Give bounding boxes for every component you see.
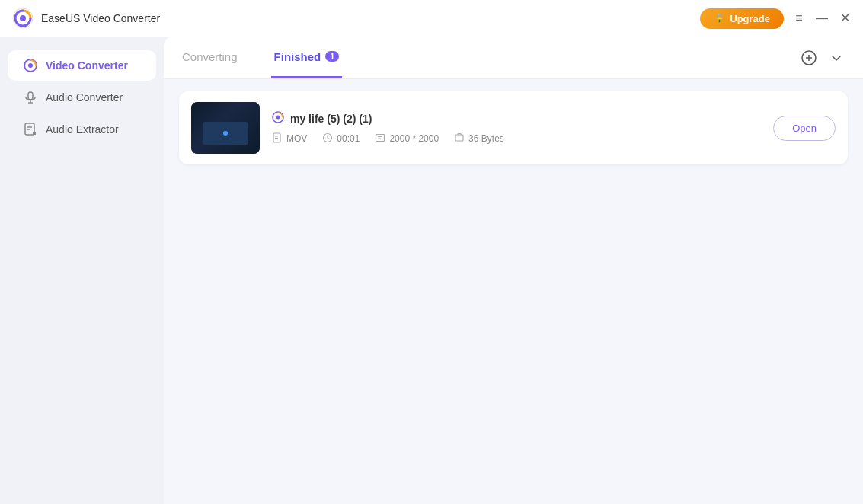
tab-converting[interactable]: Converting (179, 37, 241, 78)
add-icon (801, 49, 817, 66)
add-button[interactable] (797, 46, 820, 69)
audio-extractor-icon (23, 122, 38, 137)
size-icon (454, 132, 465, 145)
tab-bar: Converting Finished 1 (164, 37, 863, 79)
svg-rect-4 (28, 92, 33, 100)
file-size: 36 Bytes (454, 132, 504, 145)
format-value: MOV (286, 133, 307, 144)
sidebar-item-video-converter[interactable]: Video Converter (8, 50, 156, 81)
file-card: my life (5) (2) (1) MOV (179, 91, 848, 164)
file-name: my life (5) (2) (1) (290, 113, 372, 125)
video-converter-icon (23, 58, 38, 73)
audio-converter-icon (23, 90, 38, 105)
tab-finished[interactable]: Finished 1 (271, 37, 343, 78)
title-bar-right: 🔒 Upgrade ≡ — ✕ (700, 8, 851, 29)
sidebar-item-audio-extractor[interactable]: Audio Extractor (8, 114, 156, 145)
tab-finished-label: Finished (274, 50, 321, 63)
file-thumbnail (191, 102, 260, 154)
app-logo-icon (12, 8, 34, 29)
sidebar: Video Converter Audio Converter (0, 37, 164, 504)
file-meta-row: MOV 00:01 (272, 132, 761, 145)
sidebar-audio-converter-label: Audio Converter (46, 91, 123, 104)
thumbnail-dot (223, 131, 228, 136)
size-value: 36 Bytes (468, 133, 504, 144)
content-area: Converting Finished 1 (164, 37, 863, 504)
svg-line-20 (328, 138, 330, 139)
menu-button[interactable]: ≡ (793, 12, 805, 24)
file-resolution: 2000 * 2000 (375, 132, 439, 145)
main-layout: Video Converter Audio Converter (0, 37, 863, 504)
duration-value: 00:01 (337, 133, 360, 144)
thumbnail-screen (203, 122, 248, 145)
upgrade-button[interactable]: 🔒 Upgrade (700, 8, 784, 29)
title-bar-left: EaseUS Video Converter (12, 8, 160, 29)
format-icon (272, 132, 283, 145)
upgrade-label: Upgrade (730, 13, 770, 24)
svg-point-14 (276, 115, 280, 119)
window-controls: ≡ — ✕ (793, 12, 851, 24)
file-list: my life (5) (2) (1) MOV (164, 79, 863, 504)
tab-converting-label: Converting (182, 50, 238, 63)
file-name-row: my life (5) (2) (1) (272, 111, 761, 126)
open-button[interactable]: Open (773, 116, 836, 141)
svg-point-3 (28, 63, 33, 68)
dropdown-button[interactable] (825, 46, 848, 69)
close-button[interactable]: ✕ (839, 12, 851, 24)
file-format: MOV (272, 132, 307, 145)
chevron-down-icon (829, 51, 843, 65)
file-name-icon (272, 111, 284, 126)
svg-rect-24 (455, 135, 463, 141)
svg-rect-21 (376, 134, 385, 141)
tab-bar-actions (797, 46, 848, 69)
sidebar-item-audio-converter[interactable]: Audio Converter (8, 82, 156, 113)
finished-badge: 1 (325, 51, 339, 62)
file-info: my life (5) (2) (1) MOV (272, 111, 761, 145)
resolution-value: 2000 * 2000 (389, 133, 439, 144)
app-title: EaseUS Video Converter (41, 12, 160, 24)
svg-point-1 (20, 15, 26, 21)
minimize-button[interactable]: — (816, 12, 828, 24)
sidebar-video-converter-label: Video Converter (46, 59, 128, 72)
lock-icon: 🔒 (714, 13, 725, 24)
sidebar-audio-extractor-label: Audio Extractor (46, 123, 119, 136)
duration-icon (322, 132, 333, 145)
title-bar: EaseUS Video Converter 🔒 Upgrade ≡ — ✕ (0, 0, 863, 37)
file-duration: 00:01 (322, 132, 360, 145)
resolution-icon (375, 132, 385, 145)
thumbnail-inner (191, 102, 260, 154)
tabs: Converting Finished 1 (179, 37, 342, 78)
